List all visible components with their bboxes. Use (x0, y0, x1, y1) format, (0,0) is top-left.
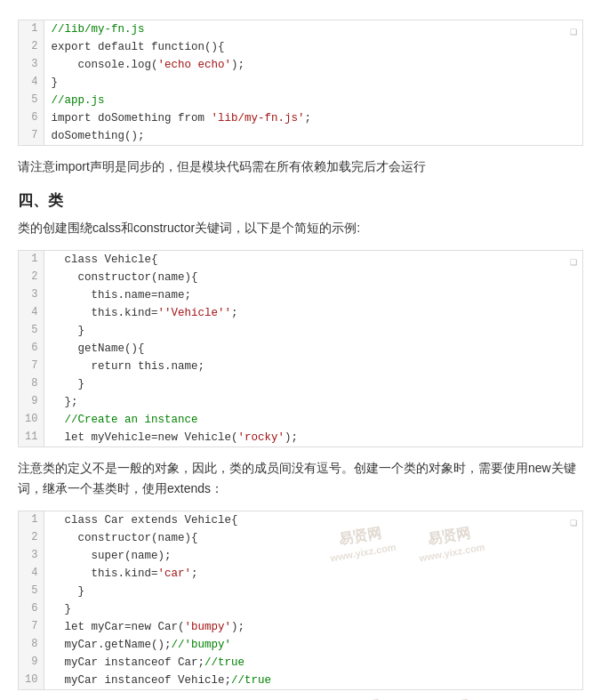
code-line: 9 myCar instanceof Car;//true (19, 654, 582, 672)
code-line: 1 //lib/my-fn.js (19, 20, 582, 38)
watermark-5: 易贤网 (336, 693, 382, 700)
heading-class: 四、类 (18, 190, 583, 211)
code-line: 5 //app.js (19, 92, 582, 109)
para-class-note: 注意类的定义不是一般的对象，因此，类的成员间没有逗号。创建一个类的对象时，需要使… (18, 458, 583, 501)
code-line: 3 this.name=name; (19, 286, 582, 304)
code-line: 4 this.kind='car'; (19, 565, 582, 583)
code-line: 2 constructor(name){ (19, 269, 582, 286)
code-line: 3 super(name); (19, 547, 582, 565)
code-line: 7 doSomething(); (19, 127, 582, 145)
code-line: 1 class Vehicle{ (19, 251, 582, 269)
code-line: 4 } (19, 74, 582, 92)
code-line: 4 this.kind=''Vehicle''; (19, 304, 582, 322)
code-block-2: ❏ 1 class Vehicle{ 2 constructor(name){ … (18, 250, 583, 447)
code-line: 10 myCar instanceof Vehicle;//true (19, 672, 582, 689)
watermark-6: 易贤网 (425, 693, 471, 700)
code-line: 6 } (19, 600, 582, 618)
code-line: 2 export default function(){ (19, 38, 582, 56)
copy-icon-3[interactable]: ❏ (570, 515, 577, 529)
code-line: 7 let myCar=new Car('bumpy'); (19, 618, 582, 636)
code-line: 1 class Car extends Vehicle{ (19, 511, 582, 529)
code-block-3: ❏ 1 class Car extends Vehicle{ 2 constru… (18, 511, 583, 690)
code-line: 7 return this.name; (19, 358, 582, 375)
code-line: 5 } (19, 322, 582, 340)
copy-icon-2[interactable]: ❏ (570, 254, 577, 269)
code-line: 8 myCar.getName();//'bumpy' (19, 636, 582, 654)
page-content: ❏ 1 //lib/my-fn.js 2 export default func… (0, 0, 601, 700)
code-line: 6 getName(){ (19, 340, 582, 358)
code-line: 11 let myVehicle=new Vehicle('rocky'); (19, 429, 582, 447)
code-line: 3 console.log('echo echo'); (19, 56, 582, 74)
code-line: 9 }; (19, 393, 582, 411)
copy-icon-1[interactable]: ❏ (570, 24, 577, 38)
code-line: 8 } (19, 375, 582, 393)
code-line: 5 } (19, 583, 582, 600)
code-block-1: ❏ 1 //lib/my-fn.js 2 export default func… (18, 20, 583, 146)
code-line: 2 constructor(name){ (19, 529, 582, 547)
code-line: 10 //Create an instance (19, 411, 582, 429)
para-class-intro: 类的创建围绕calss和constructor关键词，以下是个简短的示例: (18, 218, 583, 239)
code-line: 6 import doSomething from 'lib/my-fn.js'… (19, 109, 582, 127)
para-import-note: 请注意import声明是同步的，但是模块代码需在所有依赖加载完后才会运行 (18, 157, 583, 178)
